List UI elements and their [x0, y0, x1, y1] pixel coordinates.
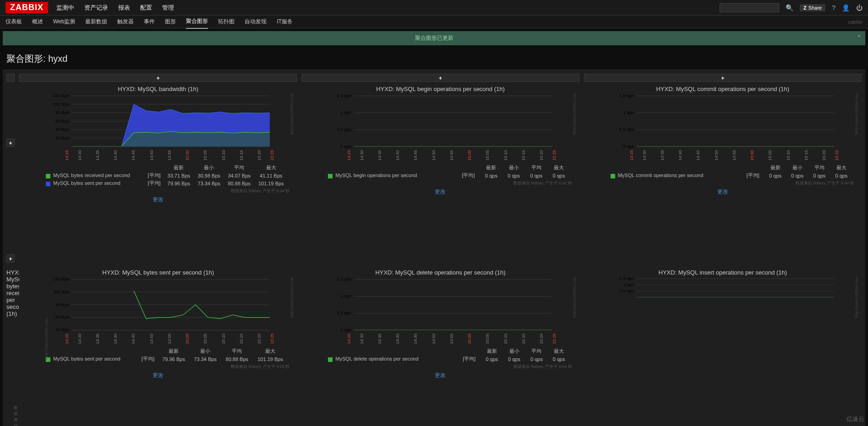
close-icon[interactable]: ×	[857, 33, 861, 39]
svg-text:14:50: 14:50	[148, 150, 153, 160]
change-link[interactable]: 更改	[301, 186, 579, 200]
svg-text:15:00: 15:00	[185, 334, 190, 344]
svg-text:0.5 qps: 0.5 qps	[337, 311, 351, 316]
svg-text:14:35: 14:35	[95, 150, 100, 160]
chart-area[interactable]: 0 qps0.5 qps1 qps1.5 qps14:3014:3514:401…	[301, 93, 579, 162]
svg-text:14:40: 14:40	[395, 150, 400, 160]
svg-text:14:35: 14:35	[377, 150, 382, 160]
svg-text:14:45: 14:45	[695, 150, 700, 160]
add-row-button-1[interactable]: +	[6, 139, 15, 147]
svg-text:14:35: 14:35	[659, 150, 664, 160]
chart-cell-6: HYXD: MySQL insert operations per second…	[584, 267, 862, 426]
svg-text:04-21 14:25: 04-21 14:25	[346, 334, 351, 344]
svg-text:1 qps: 1 qps	[623, 283, 634, 286]
chart-area[interactable]: 0.5 qps1 qps1.5 qpshttp://www.zabbix.com	[584, 277, 862, 309]
nav-item-2[interactable]: 报表	[118, 4, 130, 12]
subnav-item-1[interactable]: 概述	[32, 15, 43, 28]
top-tools: 🔍 ZShare ? 👤 ⏻	[720, 3, 863, 12]
page-title: 聚合图形: hyxd	[0, 45, 868, 70]
search-input[interactable]	[720, 3, 779, 12]
chart-area[interactable]: 20 Bps40 Bps60 Bps80 Bps100 Bps120 Bps14…	[19, 93, 297, 162]
add-col-button-1[interactable]: +	[19, 74, 297, 82]
svg-text:15:20: 15:20	[539, 150, 544, 160]
chart-area[interactable]: 70 Bps80 Bps90 Bps100 Bps110 Bps14:3014:…	[19, 277, 297, 345]
chart-cell-0: HYXD: MySQL bandwidth (1h)20 Bps40 Bps60…	[19, 84, 297, 263]
share-button[interactable]: ZShare	[800, 4, 825, 11]
subnav-item-4[interactable]: 触发器	[117, 15, 134, 28]
svg-text:15:10: 15:10	[503, 334, 508, 344]
svg-text:80 Bps: 80 Bps	[55, 110, 70, 115]
svg-text:15:00: 15:00	[749, 150, 754, 160]
chart-cell-2: HYXD: MySQL commit operations per second…	[584, 84, 862, 263]
logo[interactable]: ZABBIX	[5, 2, 48, 13]
chart-legend: 最新最小平均最大MySQL bytes received per second[…	[19, 162, 297, 188]
svg-text:1.5 qps: 1.5 qps	[337, 93, 351, 98]
svg-text:14:30: 14:30	[359, 334, 364, 344]
svg-text:1 qps: 1 qps	[341, 110, 352, 115]
svg-text:14:45: 14:45	[413, 150, 418, 160]
svg-text:1.5 qps: 1.5 qps	[619, 277, 634, 280]
chart-title: HYXD: MySQL bytes received per second (1…	[6, 267, 15, 318]
svg-text:04-21 15:25: 04-21 15:25	[551, 334, 557, 344]
chart-footer: 数据来自 history. 产生于 0.03 秒	[19, 364, 297, 370]
subnav-item-10[interactable]: IT服务	[277, 15, 293, 28]
change-link[interactable]: 更改	[19, 370, 297, 384]
svg-text:1 qps: 1 qps	[341, 294, 352, 299]
subnav-item-3[interactable]: 最新数据	[85, 15, 107, 28]
svg-text:04-21 15:25: 04-21 15:25	[551, 150, 557, 160]
add-col-button-3[interactable]: +	[584, 74, 862, 82]
svg-text:14:40: 14:40	[113, 334, 118, 344]
svg-text:15:20: 15:20	[539, 334, 544, 344]
svg-text:15:05: 15:05	[485, 150, 490, 160]
svg-text:14:55: 14:55	[167, 334, 172, 344]
chart-cell-3: HYXD: MySQL bytes received per second (1…	[6, 267, 15, 426]
svg-text:04-21 15:25: 04-21 15:25	[269, 334, 274, 344]
subnav-item-8[interactable]: 拓扑图	[218, 15, 235, 28]
svg-text:14:30: 14:30	[76, 334, 82, 344]
search-icon[interactable]: 🔍	[786, 4, 793, 11]
subnav-item-0[interactable]: 仪表板	[5, 15, 22, 28]
svg-text:0.5 qps: 0.5 qps	[619, 127, 634, 132]
chart-cell-4: HYXD: MySQL bytes sent per second (1h)70…	[19, 267, 297, 426]
subnav-item-2[interactable]: Web监测	[53, 15, 75, 28]
change-link[interactable]: 更改	[584, 186, 862, 200]
chart-area[interactable]: 0 qps0.5 qps1 qps1.5 qps14:3014:3514:401…	[301, 277, 579, 345]
svg-text:14:40: 14:40	[113, 150, 118, 160]
svg-text:14:40: 14:40	[677, 150, 682, 160]
nav-item-4[interactable]: 管理	[162, 4, 174, 12]
screen-board: + + + + + HYXD: MySQL bandwidth (1h)20 B…	[3, 70, 865, 426]
subnav-item-9[interactable]: 自动发现	[245, 15, 267, 28]
user-icon[interactable]: 👤	[842, 4, 850, 11]
nav-item-1[interactable]: 资产记录	[84, 4, 108, 12]
power-icon[interactable]: ⏻	[856, 4, 863, 11]
help-icon[interactable]: ?	[832, 4, 835, 11]
svg-text:110 Bps: 110 Bps	[53, 277, 69, 281]
svg-text:04-21 15:25: 04-21 15:25	[269, 150, 274, 160]
subnav-item-5[interactable]: 事件	[144, 15, 155, 28]
subnav-item-7[interactable]: 聚合图形	[186, 15, 208, 29]
svg-text:14:35: 14:35	[377, 334, 382, 344]
chart-title: HYXD: MySQL commit operations per second…	[584, 84, 862, 93]
subnav-item-6[interactable]: 图形	[165, 15, 176, 28]
svg-text:1.5 qps: 1.5 qps	[619, 93, 634, 98]
add-col-button-2[interactable]: +	[301, 74, 579, 82]
svg-text:70 Bps: 70 Bps	[55, 327, 70, 332]
svg-text:0 qps: 0 qps	[341, 327, 352, 332]
chart-footer: 数据来自 history. 产生于 0.02 秒	[301, 180, 579, 186]
svg-text:14:50: 14:50	[713, 150, 718, 160]
svg-text:14:35: 14:35	[95, 334, 100, 344]
svg-text:14:55: 14:55	[449, 150, 454, 160]
topbar: ZABBIX 监测中资产记录报表配置管理 🔍 ZShare ? 👤 ⏻	[0, 0, 868, 16]
svg-text:15:15: 15:15	[521, 150, 526, 160]
chart-title: HYXD: MySQL begin operations per second …	[301, 84, 579, 93]
svg-text:0 qps: 0 qps	[623, 144, 634, 149]
subnav-brand: zabbix	[848, 16, 863, 27]
nav-item-0[interactable]: 监测中	[56, 4, 74, 12]
change-link[interactable]: 更改	[301, 370, 579, 384]
chart-area[interactable]: 0 qps0.5 qps1 qps1.5 qps14:3014:3514:401…	[584, 93, 862, 162]
svg-text:14:30: 14:30	[641, 150, 646, 160]
change-link[interactable]: 更改	[19, 194, 297, 208]
nav-item-3[interactable]: 配置	[140, 4, 152, 12]
add-row-button-2[interactable]: +	[6, 254, 15, 263]
svg-text:14:30: 14:30	[76, 150, 82, 160]
